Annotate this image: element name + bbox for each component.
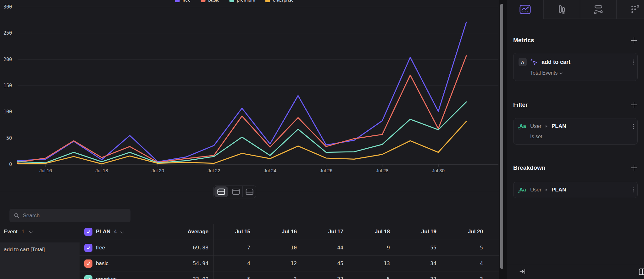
filter-condition-dropdown[interactable]: Is set (519, 134, 632, 140)
row-checkbox-premium[interactable] (84, 275, 92, 279)
row-value: 5 (353, 276, 399, 279)
search-input[interactable] (23, 213, 126, 219)
search-box[interactable] (9, 209, 130, 222)
analytics-app: freebasicpremiumenterprise 0501001502002… (0, 0, 644, 279)
x-axis-label: Jul 28 (376, 168, 388, 173)
row-value: 23 (399, 276, 446, 279)
grid-dots-icon (629, 4, 641, 15)
chevron-down-icon (560, 71, 563, 74)
plan-select-all-checkbox[interactable] (84, 228, 92, 236)
event-header-count: 1 (21, 229, 24, 235)
series-line-enterprise (18, 121, 466, 164)
legend-swatch (229, 0, 234, 2)
panel-bottom-view-button[interactable] (242, 186, 256, 197)
filter-menu-button[interactable] (632, 123, 635, 130)
line-chart: 050100150200250300Jul 16Jul 18Jul 20Jul … (0, 0, 499, 176)
legend-label: free (182, 0, 191, 3)
row-value: 4 (446, 260, 492, 266)
panel-top-view-button[interactable] (229, 186, 242, 197)
add-filter-button[interactable] (630, 101, 638, 109)
event-total-cell[interactable]: add to cart [Total] (0, 242, 80, 279)
row-average: 33.00 (129, 276, 208, 279)
y-axis-label: 250 (3, 30, 12, 36)
row-value: 23 (306, 276, 353, 279)
metric-card[interactable]: A add to cart Total Events (513, 53, 638, 81)
row-checkbox-basic[interactable] (84, 259, 92, 268)
vertical-scrollbar[interactable] (500, 4, 503, 269)
sidebar-content: Metrics A add to (507, 19, 644, 264)
y-axis-label: 100 (3, 109, 12, 115)
day-column-header: Jul 19 (399, 229, 446, 235)
cursor-click-icon (530, 58, 538, 66)
legend-swatch (201, 0, 205, 2)
legend-item-basic[interactable]: basic (201, 0, 219, 3)
row-value: 3 (260, 276, 306, 279)
legend-item-enterprise[interactable]: enterprise (265, 0, 294, 3)
row-value: 44 (306, 245, 353, 251)
legend-item-premium[interactable]: premium (229, 0, 255, 3)
day-column-header: Jul 17 (306, 229, 353, 235)
metric-menu-button[interactable] (632, 59, 635, 65)
row-average: 54.94 (129, 260, 208, 266)
day-column-header: Jul 15 (213, 229, 260, 235)
table-header-row: Event 1 PLAN 4 Average (0, 224, 499, 240)
row-average: 69.88 (129, 245, 208, 251)
breakdown-table-section: Event 1 PLAN 4 Average (0, 192, 499, 279)
metric-letter-badge: A (519, 58, 527, 66)
tab-line-chart[interactable] (507, 0, 543, 19)
filter-condition-label: Is set (530, 134, 542, 140)
breakdown-menu-button[interactable] (632, 187, 635, 193)
collapse-sidebar-icon[interactable] (519, 268, 526, 276)
row-value: 12 (260, 260, 306, 266)
average-column-header: Average (129, 229, 208, 235)
breakdown-card[interactable]: Aa User PLAN (513, 182, 638, 198)
legend-swatch (265, 0, 270, 2)
chart-section: freebasicpremiumenterprise 0501001502002… (0, 0, 499, 192)
filter-heading: Filter (513, 101, 528, 108)
plus-icon (630, 101, 637, 108)
legend-item-free[interactable]: free (175, 0, 191, 3)
column-divider (213, 224, 214, 279)
row-value: 34 (399, 260, 446, 266)
text-property-icon: Aa (519, 123, 527, 129)
event-column-header[interactable]: Event 1 (0, 229, 82, 235)
day-column-header: Jul 16 (260, 229, 306, 235)
main-panel: freebasicpremiumenterprise 0501001502002… (0, 0, 499, 279)
panels-layout-icon[interactable] (638, 268, 644, 276)
series-line-free (18, 22, 466, 162)
add-metric-button[interactable] (630, 37, 638, 44)
row-name: basic (96, 260, 108, 267)
row-value: 5 (213, 276, 260, 279)
panel-top-icon (232, 188, 240, 196)
metric-measure-dropdown[interactable]: Total Events (519, 70, 632, 76)
search-icon (14, 213, 19, 219)
legend-swatch (175, 0, 180, 2)
row-value: 4 (213, 260, 260, 266)
x-axis-label: Jul 26 (320, 168, 332, 173)
bar-chart-icon (556, 4, 568, 15)
scrollbar-gutter (499, 0, 507, 279)
tab-more-charts[interactable] (616, 0, 644, 19)
day-column-header: Jul 18 (353, 229, 399, 235)
split-view-button[interactable] (214, 186, 228, 197)
check-icon (86, 277, 91, 279)
breakdown-scope: User (530, 187, 541, 193)
y-axis-label: 150 (3, 83, 12, 88)
tab-bar-chart[interactable] (543, 0, 580, 19)
x-axis-label: Jul 30 (432, 168, 445, 173)
plus-icon (630, 164, 637, 171)
plan-header-label: PLAN (96, 229, 110, 235)
row-value: 9 (353, 245, 399, 251)
filter-card[interactable]: Aa User PLAN Is set (513, 118, 638, 145)
split-view-icon (217, 188, 225, 196)
legend-label: basic (208, 0, 219, 3)
breakdown-heading: Breakdown (513, 164, 545, 171)
row-value: 5 (446, 245, 492, 251)
row-checkbox-free[interactable] (84, 244, 92, 252)
add-breakdown-button[interactable] (630, 164, 638, 172)
day-column-header: Jul 20 (446, 229, 492, 235)
plan-column-header[interactable]: PLAN 4 (82, 228, 129, 236)
row-value: 55 (399, 245, 446, 251)
measure-label: Total Events (530, 70, 558, 76)
tab-flow-chart[interactable] (580, 0, 616, 19)
